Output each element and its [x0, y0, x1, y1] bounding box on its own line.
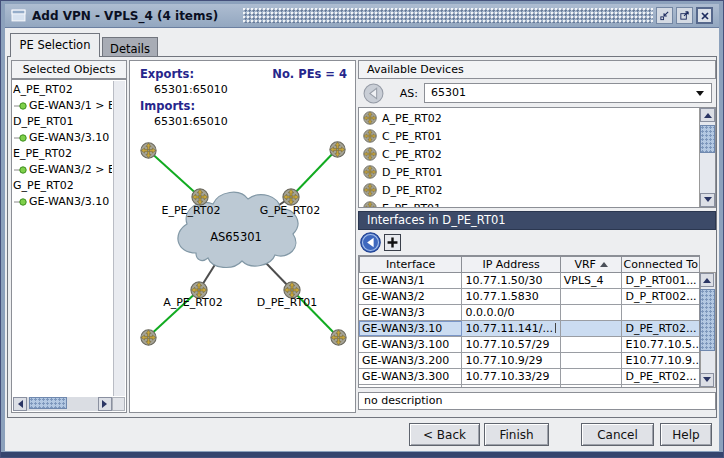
- table-row-partial[interactable]: Loopback010.77.1.222/32: [359, 385, 699, 388]
- pe-router-icon[interactable]: [192, 189, 208, 205]
- title-bar[interactable]: Add VPN - VPLS_4 (4 items): [5, 4, 719, 28]
- back-button-disabled[interactable]: [363, 83, 384, 104]
- device-list-item[interactable]: D_PE_RT01: [361, 163, 698, 181]
- ce-router-icon[interactable]: [330, 142, 345, 157]
- text-caret: [555, 323, 556, 333]
- ce-router-icon[interactable]: [331, 330, 346, 345]
- scrollbar-thumb[interactable]: [700, 289, 715, 351]
- cell-ip: 10.77.10.57/29: [462, 337, 560, 352]
- help-button[interactable]: Help: [660, 423, 712, 446]
- tree-item-label: D_PE_RT01: [13, 114, 74, 130]
- scroll-down-button[interactable]: [700, 373, 714, 387]
- column-label: Interface: [386, 257, 435, 272]
- device-list-scrollbar[interactable]: [699, 108, 715, 207]
- shade-button[interactable]: [656, 7, 673, 24]
- device-list-item[interactable]: E_PE_RT01: [361, 199, 698, 207]
- tree-item-device[interactable]: G_PE_RT02: [13, 178, 112, 194]
- column-header-vrf[interactable]: VRF: [561, 256, 623, 273]
- finish-button[interactable]: Finish: [484, 423, 549, 446]
- column-header-ip-address[interactable]: IP Address: [462, 256, 560, 273]
- table-row[interactable]: GE-WAN3/3.20010.77.10.9/29E10.77.10.9...: [359, 353, 699, 369]
- cell-vrf: [561, 337, 623, 352]
- maximize-icon: [679, 10, 690, 21]
- selected-objects-title: Selected Objects: [11, 60, 127, 79]
- tab-details[interactable]: Details: [102, 37, 158, 56]
- tree-item-interface[interactable]: GE-WAN3/2 > E_I: [13, 162, 112, 178]
- table-row[interactable]: GE-WAN3/3.30010.77.10.33/29D_PE_RT02...: [359, 369, 699, 385]
- description-field: no description: [358, 392, 716, 410]
- cell-interface: GE-WAN3/3: [359, 305, 462, 320]
- cell-ip: 10.77.10.9/29: [462, 353, 560, 368]
- cell-interface: GE-WAN3/1: [359, 273, 462, 288]
- pe-count-label: No. PEs = 4: [272, 67, 347, 81]
- tab-pe-selection[interactable]: PE Selection: [10, 33, 100, 57]
- ce-router-icon[interactable]: [141, 143, 156, 158]
- cancel-button[interactable]: Cancel: [581, 423, 654, 446]
- imports-label: Imports:: [140, 99, 195, 113]
- table-row[interactable]: GE-WAN3/30.0.0.0/0: [359, 305, 699, 321]
- device-list-item[interactable]: D_PE_RT02: [361, 181, 698, 199]
- tree-item-interface[interactable]: GE-WAN3/3.10 >: [13, 194, 112, 210]
- table-row-selected[interactable]: GE-WAN3/3.1010.77.11.141/...D_PE_RT02...: [359, 321, 699, 337]
- device-list-item[interactable]: C_PE_RT02: [361, 145, 698, 163]
- scroll-right-button[interactable]: [98, 397, 112, 411]
- sort-ascending-icon: [600, 258, 608, 267]
- scroll-down-button[interactable]: [700, 193, 715, 207]
- leaf-node-icon: [14, 198, 27, 206]
- table-row[interactable]: GE-WAN3/110.77.1.50/30VPLS_4D_P_RT001...: [359, 273, 699, 289]
- tree-item-label: G_PE_RT02: [13, 178, 74, 194]
- cell-connected: D_PE_RT02...: [622, 369, 699, 384]
- table-row[interactable]: GE-WAN3/3.10010.77.10.57/29E10.77.10.5..…: [359, 337, 699, 353]
- maximize-button[interactable]: [676, 7, 693, 24]
- window-title: Add VPN - VPLS_4 (4 items): [32, 9, 218, 23]
- close-icon: [700, 11, 710, 21]
- back-nav-button[interactable]: < Back: [409, 423, 480, 446]
- pe-router-icon[interactable]: [283, 189, 299, 205]
- scroll-left-button[interactable]: [13, 397, 27, 411]
- device-name: D_PE_RT01: [382, 166, 443, 179]
- interfaces-title: Interfaces in D_PE_RT01: [358, 211, 716, 230]
- close-button[interactable]: [696, 7, 713, 24]
- cell-vrf: [561, 369, 623, 384]
- tree-item-label: E_PE_RT02: [13, 146, 72, 162]
- scrollbar-corner: [112, 397, 125, 411]
- pe-node-label: D_PE_RT01: [257, 296, 318, 309]
- as-combobox[interactable]: 65301: [424, 83, 712, 103]
- column-header-connected-to[interactable]: Connected To: [622, 256, 699, 273]
- cell-vrf: [561, 321, 623, 336]
- scrollbar-thumb[interactable]: [700, 125, 715, 153]
- column-label: Connected To: [624, 257, 698, 272]
- table-row[interactable]: GE-WAN3/210.77.1.5830D_P_RT002...: [359, 289, 699, 305]
- scroll-up-button[interactable]: [700, 273, 714, 287]
- tree-item-interface[interactable]: GE-WAN3/3.10 >: [13, 130, 112, 146]
- tree-item-device[interactable]: A_PE_RT02: [13, 82, 112, 98]
- scroll-up-button[interactable]: [700, 108, 715, 122]
- ce-router-icon[interactable]: [141, 330, 156, 345]
- tree-item-device[interactable]: E_PE_RT02: [13, 146, 112, 162]
- available-devices-panel: Available Devices AS: 65301: [358, 60, 716, 208]
- device-name: D_PE_RT02: [382, 184, 443, 197]
- tree-item-device[interactable]: D_PE_RT01: [13, 114, 112, 130]
- back-arrow-icon: [360, 232, 381, 253]
- tree-item-label: GE-WAN3/1 > B_I: [29, 98, 112, 114]
- device-list-item[interactable]: A_PE_RT02: [361, 109, 698, 127]
- device-name: E_PE_RT01: [382, 202, 441, 208]
- tree-horizontal-scrollbar[interactable]: [13, 397, 112, 411]
- as-cloud-label: AS65301: [210, 230, 262, 244]
- interfaces-table: Interface IP Address VRF Connected To GE…: [358, 255, 700, 388]
- back-button[interactable]: [360, 232, 381, 253]
- table-scrollbar[interactable]: [700, 272, 716, 388]
- tree-item-label: GE-WAN3/3.10 >: [29, 194, 112, 210]
- device-list: A_PE_RT02 C_PE_RT01 C_PE_RT02 D_PE_RT01 …: [358, 107, 716, 208]
- tree-vertical-scrollbar[interactable]: [113, 81, 125, 396]
- column-header-interface[interactable]: Interface: [359, 256, 462, 273]
- cell-ip: 10.77.1.222/32: [462, 385, 560, 388]
- cell-vrf: [561, 305, 623, 320]
- dialog-body: Add VPN - VPLS_4 (4 items): [5, 4, 719, 451]
- cell-interface: GE-WAN3/2: [359, 289, 462, 304]
- cell-ip: 10.77.1.5830: [462, 289, 560, 304]
- device-list-item[interactable]: C_PE_RT01: [361, 127, 698, 145]
- scrollbar-thumb[interactable]: [29, 397, 67, 409]
- add-interface-button[interactable]: [384, 234, 401, 251]
- tree-item-interface[interactable]: GE-WAN3/1 > B_I: [13, 98, 112, 114]
